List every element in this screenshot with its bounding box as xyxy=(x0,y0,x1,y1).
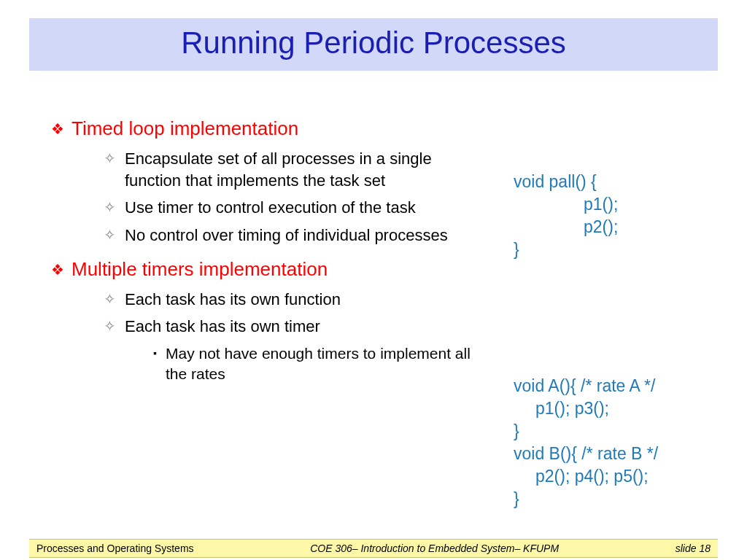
bullet-level1: ❖ Timed loop implementation xyxy=(51,117,718,141)
diamond-icon: ❖ xyxy=(51,117,64,141)
code-line: p2(); xyxy=(514,216,618,238)
slide: Running Periodic Processes ❖ Timed loop … xyxy=(0,18,747,560)
code-line: } xyxy=(514,489,519,508)
diamond-outline-icon: ✧ xyxy=(104,148,116,168)
code-line: void A(){ /* rate A */ xyxy=(514,376,655,395)
bullet2-text: No control over timing of individual pro… xyxy=(125,225,448,246)
footer-bar: Processes and Operating Systems COE 306–… xyxy=(29,539,718,558)
bullet2-text: Encapsulate set of all processes in a si… xyxy=(125,148,476,191)
bullet-level2: ✧ No control over timing of individual p… xyxy=(104,225,476,246)
footer-left: Processes and Operating Systems xyxy=(36,542,194,554)
code-line: void pall() { xyxy=(514,172,597,191)
diamond-outline-icon: ✧ xyxy=(104,289,116,309)
code-block-1: void pall() { p1();p2();} xyxy=(514,148,618,284)
code-line: p1(); p3(); xyxy=(514,397,658,420)
bullet2-text: Use timer to control execution of the ta… xyxy=(125,197,416,219)
code-line: } xyxy=(514,421,519,440)
footer-right: slide 18 xyxy=(676,542,711,554)
bullet1-text: Multiple timers implementation xyxy=(71,258,328,281)
title-bar: Running Periodic Processes xyxy=(29,18,718,71)
code-line: p1(); xyxy=(514,193,618,216)
bullet-level2: ✧ Each task has its own timer xyxy=(104,316,476,338)
code-block-2: void A(){ /* rate A */ p1(); p3();} void… xyxy=(514,352,658,533)
diamond-outline-icon: ✧ xyxy=(104,316,116,336)
bullet2-text: Each task has its own timer xyxy=(125,316,320,338)
diamond-outline-icon: ✧ xyxy=(104,197,116,217)
bullet1-text: Timed loop implementation xyxy=(71,117,298,140)
bullet-level2: ✧ Use timer to control execution of the … xyxy=(104,197,476,219)
footer-mid: COE 306– Introduction to Embedded System… xyxy=(194,542,676,554)
code-line: } xyxy=(514,240,519,259)
bullet-level2: ✧ Encapsulate set of all processes in a … xyxy=(104,148,476,191)
diamond-outline-icon: ✧ xyxy=(104,225,116,245)
square-bullet-icon: ▪ xyxy=(153,343,157,362)
bullet-level2: ✧ Each task has its own function xyxy=(104,289,476,311)
code-line: p2(); p4(); p5(); xyxy=(514,465,658,488)
diamond-icon: ❖ xyxy=(51,258,64,281)
bullet-level3: ▪ May not have enough timers to implemen… xyxy=(153,343,489,385)
slide-title: Running Periodic Processes xyxy=(29,26,718,61)
bullet2-text: Each task has its own function xyxy=(125,289,341,311)
code-line: void B(){ /* rate B */ xyxy=(514,444,658,463)
bullet3-text: May not have enough timers to implement … xyxy=(166,343,489,385)
